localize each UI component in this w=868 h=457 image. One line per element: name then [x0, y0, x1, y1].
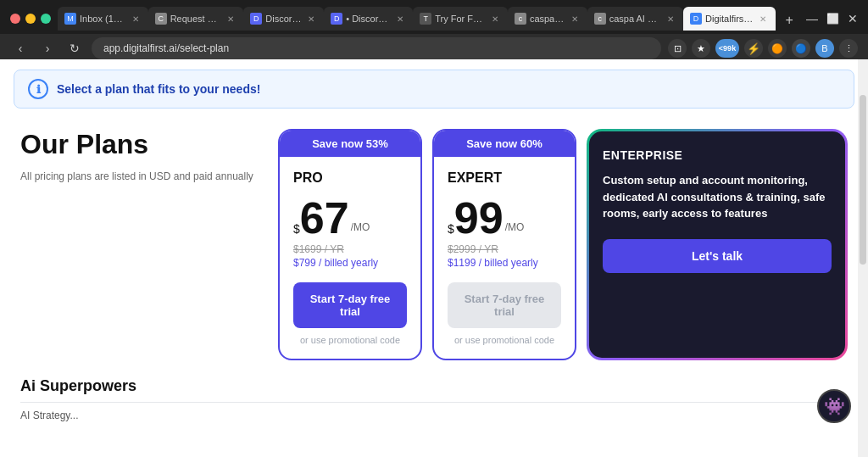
tab-favicon: c: [515, 13, 526, 25]
pro-trial-button[interactable]: Start 7-day free trial: [293, 282, 407, 328]
bottom-section: Ai Superpowers AI Strategy...: [0, 360, 868, 428]
tab-title: • Discord...: [346, 14, 391, 24]
cast-icon[interactable]: ⊡: [668, 39, 687, 58]
expert-card-body: EXPERT $ 99 /MO $2999 / YR $1199 / bille…: [434, 157, 575, 359]
browser-top-bar: M Inbox (10... ✕ C Request C... ✕ D Disc…: [0, 0, 868, 34]
pro-price-period: /MO: [351, 221, 370, 240]
pro-original-price: $1699 / YR: [293, 243, 407, 255]
tab-title: Try For Fe...: [435, 14, 486, 24]
window-restore-icon[interactable]: ⬜: [826, 13, 839, 25]
tab-close-icon[interactable]: ✕: [665, 13, 676, 25]
tab-bar: M Inbox (10... ✕ C Request C... ✕ D Disc…: [58, 7, 799, 31]
tab-favicon: M: [64, 13, 76, 25]
address-bar-row: ‹ › ↻ ⊡ ★ <99k ⚡ 🟠 🔵 B ⋮: [0, 34, 868, 63]
maximize-button[interactable]: [41, 14, 51, 24]
tab-favicon: T: [420, 13, 431, 25]
extensions-icon[interactable]: ⚡: [744, 39, 763, 58]
scrollbar-thumb[interactable]: [860, 95, 866, 265]
minimize-button[interactable]: [25, 14, 36, 24]
tab-discord2[interactable]: D • Discord... ✕: [324, 7, 413, 31]
refresh-button[interactable]: ↻: [64, 38, 85, 59]
tab-close-icon[interactable]: ✕: [394, 13, 406, 25]
tab-title: Digitalfirst...: [705, 14, 754, 24]
window-close-icon[interactable]: ✕: [848, 12, 858, 25]
pro-plan-card: Save now 53% PRO $ 67 /MO $1699 / YR $79…: [278, 129, 422, 360]
expert-price-row: $ 99 /MO: [448, 196, 561, 240]
notice-banner: ℹ Select a plan that fits to your needs!: [14, 70, 854, 109]
chatbot-icon: 👾: [824, 396, 845, 416]
tab-favicon: C: [155, 13, 167, 25]
tab-discord1[interactable]: D Discord | ✕: [243, 7, 324, 31]
pro-billed-price: $799 / billed yearly: [293, 257, 407, 269]
tab-tryforfree[interactable]: T Try For Fe... ✕: [413, 7, 508, 31]
window-controls: [10, 14, 51, 24]
tab-title: caspa AI: [530, 14, 565, 24]
tab-title: caspa AI S...: [609, 14, 661, 24]
tab-favicon: D: [690, 13, 702, 25]
page-content: ℹ Select a plan that fits to your needs!…: [0, 59, 868, 457]
browser-chrome: M Inbox (10... ✕ C Request C... ✕ D Disc…: [0, 0, 868, 59]
more-options-icon[interactable]: ⋮: [839, 39, 858, 58]
address-input[interactable]: [92, 37, 661, 59]
profile-letter[interactable]: B: [815, 39, 834, 58]
enterprise-cta-button[interactable]: Let's talk: [603, 239, 832, 273]
tab-title: Inbox (10...: [80, 14, 126, 24]
scrollbar[interactable]: [858, 59, 868, 457]
expert-billed-price: $1199 / billed yearly: [448, 257, 561, 269]
expert-price-period: /MO: [505, 221, 525, 240]
profile-icon-orange[interactable]: 🟠: [768, 39, 787, 58]
left-panel: Our Plans All pricing plans are listed i…: [20, 129, 258, 360]
tab-title: Request C...: [170, 14, 222, 24]
tab-close-icon[interactable]: ✕: [225, 13, 236, 25]
tab-close-icon[interactable]: ✕: [489, 13, 501, 25]
expert-trial-button[interactable]: Start 7-day free trial: [448, 282, 561, 328]
pro-promo-link[interactable]: or use promotional code: [293, 335, 407, 345]
tab-favicon: c: [594, 13, 606, 25]
main-layout: Our Plans All pricing plans are listed i…: [0, 109, 868, 360]
new-tab-button[interactable]: +: [779, 10, 799, 31]
bookmark-icon[interactable]: ★: [692, 39, 710, 58]
expert-price-amount: 99: [454, 196, 504, 240]
page-title: Our Plans: [20, 129, 258, 160]
chatbot-widget[interactable]: 👾: [817, 389, 851, 423]
expert-promo-link[interactable]: or use promotional code: [448, 335, 561, 345]
expert-plan-name: EXPERT: [448, 170, 561, 186]
back-button[interactable]: ‹: [10, 38, 31, 59]
tab-close-icon[interactable]: ✕: [569, 13, 581, 25]
tab-title: Discord |: [265, 14, 302, 24]
enterprise-description: Custom setup and account monitoring, ded…: [603, 172, 832, 222]
plans-subtitle: All pricing plans are listed in USD and …: [20, 170, 258, 182]
tab-caspa2[interactable]: c caspa AI S... ✕: [587, 7, 683, 31]
pricing-cards-area: Save now 53% PRO $ 67 /MO $1699 / YR $79…: [278, 129, 848, 360]
tab-request[interactable]: C Request C... ✕: [148, 7, 244, 31]
forward-button[interactable]: ›: [37, 38, 58, 59]
window-minimize-icon[interactable]: —: [806, 12, 818, 25]
expert-badge: Save now 60%: [434, 131, 575, 157]
expert-plan-card: Save now 60% EXPERT $ 99 /MO $2999 / YR …: [432, 129, 576, 360]
superpowers-title: Ai Superpowers: [20, 377, 848, 395]
expert-promo-text: or use promotional code: [454, 335, 554, 345]
tab-inbox[interactable]: M Inbox (10... ✕: [58, 7, 148, 31]
score-badge: <99k: [715, 39, 739, 58]
profile-icon-teal[interactable]: 🔵: [792, 39, 810, 58]
expert-original-price: $2999 / YR: [448, 243, 561, 255]
pro-plan-name: PRO: [293, 170, 407, 186]
pro-dollar-sign: $: [293, 222, 300, 236]
enterprise-inner: ENTERPRISE Custom setup and account moni…: [589, 131, 845, 358]
tab-close-icon[interactable]: ✕: [130, 13, 142, 25]
superpowers-first-item: AI Strategy...: [20, 410, 78, 421]
tab-favicon: D: [331, 13, 342, 25]
tab-caspa1[interactable]: c caspa AI ✕: [508, 7, 587, 31]
tab-close-icon[interactable]: ✕: [305, 13, 317, 25]
close-button[interactable]: [10, 14, 20, 24]
pro-price-row: $ 67 /MO: [293, 196, 407, 240]
notice-text: Select a plan that fits to your needs!: [57, 82, 260, 96]
toolbar-icons: ⊡ ★ <99k ⚡ 🟠 🔵 B ⋮: [668, 39, 858, 58]
pro-card-body: PRO $ 67 /MO $1699 / YR $799 / billed ye…: [280, 157, 420, 359]
tab-close-icon[interactable]: ✕: [757, 13, 769, 25]
pro-promo-text: or use promotional code: [300, 335, 400, 345]
tab-digitalfirst[interactable]: D Digitalfirst... ✕: [683, 7, 776, 31]
pro-badge: Save now 53%: [280, 131, 420, 157]
superpowers-row: AI Strategy...: [20, 402, 848, 428]
enterprise-plan-card: ENTERPRISE Custom setup and account moni…: [587, 129, 848, 360]
